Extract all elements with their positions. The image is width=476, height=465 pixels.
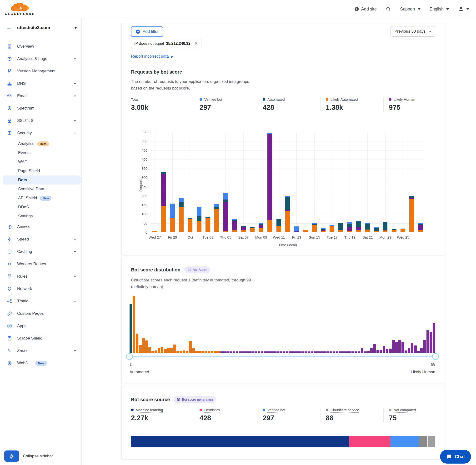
stacked-bar[interactable] [409,196,414,232]
stacked-bar[interactable] [356,221,361,232]
sidebar-item-spectrum[interactable]: Spectrum [0,102,81,115]
source-segment-verified-bot[interactable] [390,436,419,447]
stacked-bar[interactable] [418,223,423,232]
stacked-bar[interactable] [392,229,396,232]
bot-score-histogram[interactable] [129,296,435,353]
stat-label[interactable]: Likely Human [394,97,415,101]
settings-gear-button[interactable] [4,451,19,462]
sidebar-item-ddos[interactable]: DDoS [0,203,81,212]
chat-button[interactable]: Chat [440,450,471,464]
sidebar-item-access[interactable]: Access [0,221,81,233]
sidebar-item-apps[interactable]: Apps [0,320,81,332]
stacked-bar[interactable] [312,223,317,232]
sidebar-item-caching[interactable]: Caching▾ [0,245,81,258]
sidebar-item-zaraz[interactable]: Zaraz▾ [0,345,81,357]
stat-label[interactable]: Heuristics [204,408,220,412]
stacked-bar[interactable] [205,217,210,232]
slider-handle-max[interactable] [432,353,439,360]
stacked-bar[interactable] [401,229,405,232]
stacked-bar[interactable] [285,196,290,232]
stacked-bar[interactable] [188,218,192,232]
sidebar-item-web3[interactable]: Web3New [0,357,81,369]
stacked-bar[interactable] [294,226,299,232]
stacked-bar[interactable] [347,222,352,232]
filter-chip[interactable]: IP does not equal 35.212.240.32 ✕ [131,39,201,48]
sidebar-item-settings[interactable]: Settings [0,212,81,221]
sidebar-item-rules[interactable]: Rules▾ [0,270,81,283]
sidebar-item-events[interactable]: Events [0,148,81,157]
stat-label[interactable]: Machine learning [136,408,163,412]
segment-automated [374,228,379,231]
stacked-bar[interactable] [152,231,157,232]
sidebar-item-security[interactable]: Security▴ [0,127,81,139]
stacked-bar[interactable] [374,227,379,232]
stacked-bar[interactable] [338,223,343,232]
chevron-right-icon[interactable]: ▶ [75,26,77,29]
stacked-bar[interactable] [267,133,272,232]
requests-bar-chart[interactable]: Requests Time (local) 550500450400350300… [150,132,425,232]
sidebar-item-analytics[interactable]: AnalyticsBeta [0,139,81,148]
search-button[interactable] [386,6,391,12]
site-selector[interactable]: ← cftestsite3.com ▶ [0,18,81,37]
remove-filter-icon[interactable]: ✕ [194,41,198,46]
sidebar-item-api-shield[interactable]: API ShieldNew [0,194,81,203]
source-segment-heuristics[interactable] [349,436,390,447]
sidebar-item-sensitive-data[interactable]: Sensitive Data [0,185,81,194]
stacked-bar[interactable] [197,207,201,232]
stacked-bar[interactable] [241,226,246,232]
stacked-bar[interactable] [365,223,370,232]
add-site-button[interactable]: Add site [354,7,377,12]
bot-score-generation-badge[interactable]: Bot score generation [174,396,216,403]
back-arrow-icon[interactable]: ← [6,25,12,31]
sidebar-item-ssl-tls[interactable]: SSL/TLS▾ [0,115,81,127]
source-segment-not-computed[interactable] [428,436,435,447]
stacked-bar[interactable] [161,172,166,232]
bot-score-doc-badge[interactable]: Bot Score [184,266,210,273]
sidebar-item-email[interactable]: Email▾ [0,90,81,102]
sidebar-item-waf[interactable]: WAF [0,157,81,166]
source-segment-cloudflare-service[interactable] [419,436,427,447]
stacked-bar[interactable] [232,219,237,232]
sidebar-item-overview[interactable]: Overview [0,40,81,53]
source-segment-machine-learning[interactable] [131,436,349,447]
stacked-bar[interactable] [383,222,387,232]
stacked-bar[interactable] [179,198,184,232]
source-stacked-bar[interactable] [131,436,435,447]
stat-label[interactable]: Cloudflare service [330,408,359,412]
language-menu[interactable]: English [430,7,449,12]
cloudflare-logo[interactable]: CLOUDFLARE [5,3,35,16]
sidebar-item-workers-routes[interactable]: Workers Routes [0,258,81,270]
stacked-bar[interactable] [223,193,228,232]
stacked-bar[interactable] [250,227,254,232]
sidebar-item-traffic[interactable]: Traffic▾ [0,295,81,307]
stacked-bar[interactable] [170,204,175,232]
sidebar-item-bots[interactable]: Bots [3,176,81,185]
add-filter-button[interactable]: Add filter [131,26,163,37]
sidebar-item-analytics-logs[interactable]: Analytics & Logs▾ [0,53,81,65]
stacked-bar[interactable] [329,225,334,232]
stat-label[interactable]: Verified bot [267,408,285,412]
stat-label[interactable]: Automated [267,97,285,101]
report-incorrect-data-link[interactable]: Report incorrect data▶ [131,54,174,59]
score-range-slider[interactable] [129,356,435,357]
sidebar-item-speed[interactable]: Speed▾ [0,233,81,245]
sidebar-item-page-shield[interactable]: Page Shield [0,166,81,176]
slider-handle-min[interactable] [126,353,133,360]
date-range-dropdown[interactable]: Previous 30 days [391,26,435,37]
stacked-bar[interactable] [321,228,326,232]
sidebar-item-version-management[interactable]: Version Management [0,65,81,77]
stacked-bar[interactable] [214,204,219,232]
stat-label[interactable]: Likely Automated [330,97,358,101]
account-menu[interactable] [458,6,469,12]
sidebar-item-scrape-shield[interactable]: Scrape Shield [0,332,81,345]
sidebar-item-custom-pages[interactable]: Custom Pages [0,307,81,320]
stacked-bar[interactable] [259,223,263,232]
stacked-bar[interactable] [303,230,308,232]
sidebar-item-dns[interactable]: DNS▾ [0,77,81,90]
stat-label[interactable]: Not computed [394,408,416,412]
collapse-sidebar-button[interactable]: Collapse sidebar [23,454,53,459]
stat-label[interactable]: Verified bot [204,97,222,101]
stacked-bar[interactable] [276,219,281,232]
support-menu[interactable]: Support [400,7,421,12]
sidebar-item-network[interactable]: Network [0,283,81,295]
